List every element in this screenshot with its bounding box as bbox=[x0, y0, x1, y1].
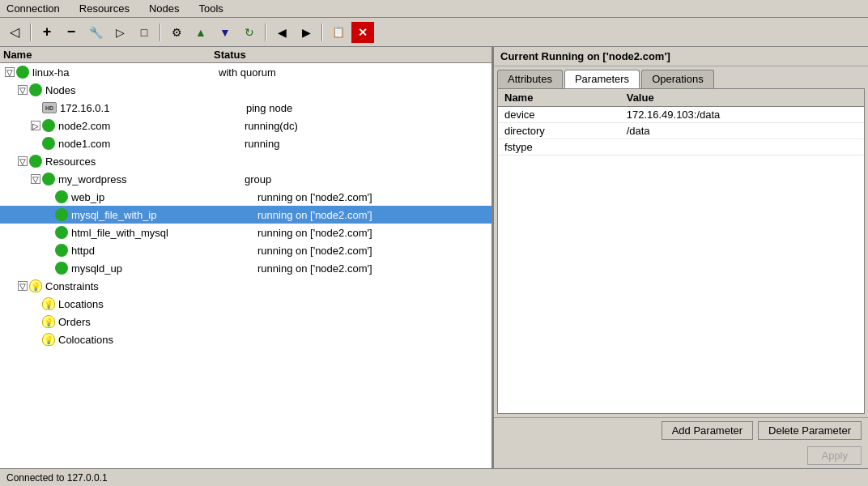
prev-button[interactable]: ◀ bbox=[270, 22, 293, 43]
linux-ha-status: with quorum bbox=[219, 66, 490, 79]
param-value-directory: /data bbox=[620, 123, 864, 139]
params-table-wrap[interactable]: Name Value device 172.16.49.103:/data di… bbox=[498, 89, 864, 413]
separator-2 bbox=[160, 23, 161, 41]
html-icon bbox=[55, 226, 68, 239]
webip-label: web_ip bbox=[71, 191, 257, 203]
param-row-device[interactable]: device 172.16.49.103:/data bbox=[498, 107, 864, 123]
node2-icon bbox=[42, 119, 55, 132]
tree-row[interactable]: ▷ node2.com running(dc) bbox=[0, 117, 491, 134]
status-text: Connected to 127.0.0.1 bbox=[6, 472, 108, 484]
tree-row[interactable]: html_file_with_mysql running on ['node2.… bbox=[0, 224, 491, 241]
params-table: Name Value device 172.16.49.103:/data di… bbox=[498, 89, 864, 156]
tree-row[interactable]: httpd running on ['node2.com'] bbox=[0, 241, 491, 259]
tree-row[interactable]: ▽ my_wordpress group bbox=[0, 170, 491, 188]
tree-row[interactable]: mysqld_up running on ['node2.com'] bbox=[0, 259, 491, 277]
param-value-device: 172.16.49.103:/data bbox=[620, 107, 864, 123]
tree-row[interactable]: ▽ Resources bbox=[0, 152, 491, 170]
mysql-icon bbox=[55, 208, 68, 221]
expand-wordpress[interactable]: ▽ bbox=[31, 174, 40, 184]
expand-linux-ha[interactable]: ▽ bbox=[5, 67, 15, 77]
settings-button[interactable]: ⚙ bbox=[165, 22, 188, 43]
httpd-status: running on ['node2.com'] bbox=[257, 245, 490, 257]
linux-ha-label: linux-ha bbox=[32, 66, 219, 79]
mysql-label: mysql_file_with_ip bbox=[71, 209, 257, 221]
menubar: Connection Resources Nodes Tools bbox=[0, 0, 868, 18]
add-parameter-button[interactable]: Add Parameter bbox=[662, 421, 753, 440]
play-button[interactable]: ▷ bbox=[108, 22, 131, 43]
webip-status: running on ['node2.com'] bbox=[257, 191, 490, 203]
add-button[interactable]: + bbox=[36, 22, 58, 43]
node2-label: node2.com bbox=[58, 120, 245, 132]
expand-constraints[interactable]: ▽ bbox=[18, 281, 28, 291]
name-col-header: Name bbox=[498, 89, 620, 107]
menu-tools[interactable]: Tools bbox=[196, 2, 227, 15]
wordpress-label: my_wordpress bbox=[58, 173, 245, 185]
menu-resources[interactable]: Resources bbox=[76, 2, 133, 15]
copy-button[interactable]: 📋 bbox=[327, 22, 350, 43]
node172-status: ping node bbox=[246, 102, 490, 114]
node1-label: node1.com bbox=[58, 138, 245, 150]
up-button[interactable]: ▲ bbox=[189, 22, 212, 43]
locations-label: Locations bbox=[58, 298, 245, 310]
remove-button[interactable]: − bbox=[60, 22, 83, 43]
tree-row[interactable]: ▽ linux-ha with quorum bbox=[0, 63, 491, 81]
tab-attributes[interactable]: Attributes bbox=[497, 70, 563, 88]
param-name-directory: directory bbox=[498, 123, 620, 139]
tree-row-selected[interactable]: mysql_file_with_ip running on ['node2.co… bbox=[0, 206, 491, 224]
tree-row[interactable]: web_ip running on ['node2.com'] bbox=[0, 188, 491, 206]
orders-icon: 💡 bbox=[42, 315, 55, 328]
tree-row[interactable]: 💡 Orders bbox=[0, 313, 491, 330]
back-button[interactable]: ◁ bbox=[3, 22, 26, 43]
separator-3 bbox=[265, 23, 266, 41]
stop-button[interactable]: □ bbox=[133, 22, 155, 43]
tree-header: Name Status bbox=[0, 47, 491, 63]
tab-parameters[interactable]: Parameters bbox=[564, 70, 640, 88]
delete-parameter-button[interactable]: Delete Parameter bbox=[758, 421, 862, 440]
right-panel: Current Running on ['node2.com'] Attribu… bbox=[494, 47, 868, 468]
left-panel: Name Status ▽ linux-ha with quorum ▽ Nod… bbox=[0, 47, 494, 468]
expand-node2[interactable]: ▷ bbox=[31, 121, 40, 130]
wordpress-status: group bbox=[245, 173, 490, 185]
right-header: Current Running on ['node2.com'] bbox=[494, 47, 868, 66]
tree-row[interactable]: 💡 Locations bbox=[0, 295, 491, 313]
httpd-label: httpd bbox=[71, 245, 257, 257]
html-status: running on ['node2.com'] bbox=[257, 227, 490, 239]
clean-button[interactable]: 🔧 bbox=[84, 22, 107, 43]
separator-1 bbox=[30, 23, 32, 41]
mysqld-status: running on ['node2.com'] bbox=[257, 262, 490, 275]
mysqld-icon bbox=[55, 262, 68, 275]
tab-content-inner: Name Value device 172.16.49.103:/data di… bbox=[498, 89, 864, 413]
name-column-header: Name bbox=[3, 49, 198, 61]
menu-nodes[interactable]: Nodes bbox=[146, 2, 183, 15]
param-buttons-row: Add Parameter Delete Parameter bbox=[494, 417, 868, 443]
linux-ha-icon bbox=[16, 66, 29, 79]
expand-resources[interactable]: ▽ bbox=[18, 156, 28, 166]
down-button[interactable]: ▼ bbox=[214, 22, 236, 43]
separator-4 bbox=[321, 23, 323, 41]
menu-connection[interactable]: Connection bbox=[3, 2, 63, 15]
wordpress-icon bbox=[42, 173, 55, 185]
param-row-fstype[interactable]: fstype bbox=[498, 139, 864, 156]
tree-row[interactable]: ▽ Nodes bbox=[0, 81, 491, 99]
tree-row[interactable]: node1.com running bbox=[0, 134, 491, 152]
tree-row[interactable]: HD 172.16.0.1 ping node bbox=[0, 99, 491, 117]
tab-operations[interactable]: Operations bbox=[641, 70, 714, 88]
apply-row: Apply bbox=[494, 443, 868, 468]
nodes-label: Nodes bbox=[45, 84, 232, 96]
nodes-icon bbox=[29, 83, 42, 96]
next-button[interactable]: ▶ bbox=[295, 22, 317, 43]
refresh-button[interactable]: ↻ bbox=[238, 22, 261, 43]
tree-area[interactable]: ▽ linux-ha with quorum ▽ Nodes HD 172.16… bbox=[0, 63, 491, 468]
param-name-fstype: fstype bbox=[498, 139, 620, 156]
status-column-header: Status bbox=[214, 49, 246, 61]
server-icon: HD bbox=[42, 102, 57, 113]
mysql-status: running on ['node2.com'] bbox=[257, 209, 490, 221]
tree-row[interactable]: 💡 Colocations bbox=[0, 330, 491, 348]
tabs: Attributes Parameters Operations bbox=[494, 66, 868, 88]
expand-nodes[interactable]: ▽ bbox=[18, 85, 28, 95]
tree-row[interactable]: ▽ 💡 Constraints bbox=[0, 277, 491, 295]
node1-status: running bbox=[245, 138, 490, 150]
exit-button[interactable]: ✕ bbox=[351, 22, 374, 43]
main-area: Name Status ▽ linux-ha with quorum ▽ Nod… bbox=[0, 47, 868, 468]
param-row-directory[interactable]: directory /data bbox=[498, 123, 864, 139]
